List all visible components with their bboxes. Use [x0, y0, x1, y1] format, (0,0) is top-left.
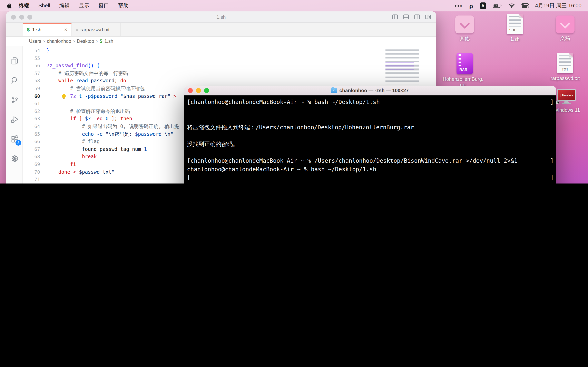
terminal-row	[187, 148, 553, 157]
code-token	[82, 116, 85, 122]
extensions-icon[interactable]: 3	[6, 131, 23, 147]
explorer-icon[interactable]	[6, 53, 23, 69]
code-line: 58 while read password; do	[23, 77, 436, 85]
breadcrumb[interactable]: Users›chanlonhoo›Desktop›$1.sh	[6, 37, 436, 46]
line-number: 59	[23, 85, 47, 92]
tab-1.sh[interactable]: $1.sh×	[23, 23, 72, 36]
code-token: then	[120, 116, 132, 122]
code-token: \n"	[162, 131, 173, 137]
wifi-icon[interactable]	[508, 3, 515, 8]
customize-layout-icon[interactable]	[425, 14, 431, 20]
desktop-icon-label: rarpasswd.txt	[541, 75, 588, 81]
menu-item-帮助[interactable]: 帮助	[113, 2, 133, 8]
desktop-icon-1.sh[interactable]: SHELL1.sh	[490, 14, 539, 42]
terminal-row	[187, 115, 553, 123]
text-lines-icon: ≡	[76, 27, 78, 32]
line-number: 62	[23, 108, 47, 115]
source-control-icon[interactable]	[6, 92, 23, 108]
file-type-label: SHELL	[507, 29, 523, 32]
minimap[interactable]	[382, 46, 436, 87]
more-status-icon[interactable]: •••	[455, 3, 463, 9]
close-tab-icon[interactable]: ×	[64, 26, 67, 33]
toggle-panel-icon[interactable]	[403, 14, 409, 20]
parallels-status-icon[interactable]: ρ	[469, 2, 473, 9]
terminal-text: 没找到正确的密码。	[187, 141, 238, 147]
vscode-titlebar[interactable]: 1.sh	[6, 11, 436, 23]
code-token	[47, 108, 70, 114]
desktop-icon-rarpasswd.txt[interactable]: TXTrarpasswd.txt	[541, 53, 588, 81]
line-number: 66	[23, 138, 47, 145]
code-line: 57 # 遍历密码文件中的每一行密码	[23, 70, 436, 77]
code-token: "$has_passwd_rar"	[120, 93, 171, 99]
code-token	[47, 124, 82, 129]
terminal-text: [chanlonhoo@chanlondeMacBook-Air ~ % bas…	[187, 99, 380, 105]
terminal-text	[187, 132, 190, 139]
menu-item-Shell[interactable]: Shell	[34, 2, 55, 8]
code-token: read	[76, 78, 88, 84]
code-line: 55	[23, 54, 436, 62]
line-number: 65	[23, 130, 47, 138]
breadcrumb-item[interactable]: Desktop	[77, 39, 94, 44]
terminal-row: chanlonhoo@chanlondeMacBook-Air ~ % bash…	[187, 165, 553, 174]
code-token	[94, 63, 96, 68]
line-number: 69	[23, 161, 47, 168]
menu-item-窗口[interactable]: 窗口	[94, 2, 113, 8]
code-token: 7z	[70, 93, 76, 99]
apple-menu-icon[interactable]	[7, 2, 13, 9]
code-token: -eq	[94, 116, 103, 122]
menu-item-编辑[interactable]: 编辑	[55, 2, 74, 8]
code-token: [	[79, 116, 82, 122]
desktop-icon-label: 1.sh	[490, 36, 539, 42]
desktop-icon-label: 其他	[440, 35, 489, 41]
control-center-icon[interactable]	[521, 3, 528, 8]
code-token	[47, 116, 70, 122]
document-icon: TXT	[557, 53, 573, 73]
app-menu-terminal[interactable]: 终端	[14, 2, 34, 9]
code-token	[76, 93, 79, 99]
desktop-icon-HohenzollernBurg.rar[interactable]: RARHohenzollernBurg.rar	[440, 53, 489, 88]
line-number: 64	[23, 123, 47, 130]
terminal-text	[187, 107, 190, 114]
input-source-icon[interactable]: A	[480, 2, 486, 9]
breadcrumb-file[interactable]: 1.sh	[104, 39, 113, 44]
toggle-secondary-sidebar-icon[interactable]	[414, 14, 420, 20]
chatgpt-extension-icon[interactable]	[6, 150, 23, 167]
menu-bar-clock[interactable]: 4月19日 周三 16:00	[535, 2, 581, 9]
code-token: ;	[114, 78, 120, 84]
tab-rarpasswd.txt[interactable]: ≡rarpasswd.txt	[72, 23, 121, 36]
breadcrumb-separator: ›	[43, 39, 45, 44]
tab-label: rarpasswd.txt	[80, 27, 110, 33]
terminal-content[interactable]: [chanlonhoo@chanlondeMacBook-Air ~ % bas…	[184, 95, 556, 184]
code-token: ()	[88, 63, 94, 68]
code-token: ]	[112, 116, 114, 122]
code-token: <	[73, 169, 76, 175]
file-type-label: RAR	[459, 68, 467, 72]
code-token	[91, 116, 94, 122]
toggle-sidebar-icon[interactable]	[392, 14, 398, 20]
desktop: 其他SHELL1.sh文稿RARHohenzollernBurg.rarTXTr…	[0, 0, 588, 184]
battery-icon[interactable]	[493, 3, 502, 8]
line-number: 57	[23, 70, 47, 77]
code-token: {	[97, 63, 100, 68]
terminal-row: [chanlonhoo@chanlondeMacBook-Air ~ % /Us…	[187, 157, 553, 165]
code-token	[171, 93, 173, 99]
run-debug-icon[interactable]	[6, 111, 23, 128]
menu-item-显示[interactable]: 显示	[74, 2, 94, 8]
code-token	[47, 71, 58, 76]
line-number: 63	[23, 115, 47, 123]
terminal-titlebar[interactable]: chanlonhoo — -zsh — 100×27	[184, 86, 556, 95]
line-number: 70	[23, 168, 47, 176]
breadcrumb-item[interactable]: chanlonhoo	[47, 39, 71, 44]
code-token: # 遍历密码文件中的每一行密码	[58, 71, 128, 76]
line-number: 68	[23, 153, 47, 161]
desktop-icon-其他[interactable]: 其他	[440, 16, 489, 41]
desktop-icon-文稿[interactable]: 文稿	[541, 16, 588, 41]
tab-label: 1.sh	[32, 27, 41, 33]
code-token	[88, 78, 91, 84]
lightbulb-icon[interactable]	[62, 94, 66, 98]
code-token: # 如果退出码为 0, 说明密码正确, 输出提	[82, 124, 179, 129]
breadcrumb-item[interactable]: Users	[29, 39, 41, 44]
code-token	[47, 131, 82, 137]
terminal-text: 将压缩包文件拖入到终端：/Users/chanlonhoo/Desktop/Ho…	[187, 124, 414, 131]
search-icon[interactable]	[6, 72, 23, 89]
